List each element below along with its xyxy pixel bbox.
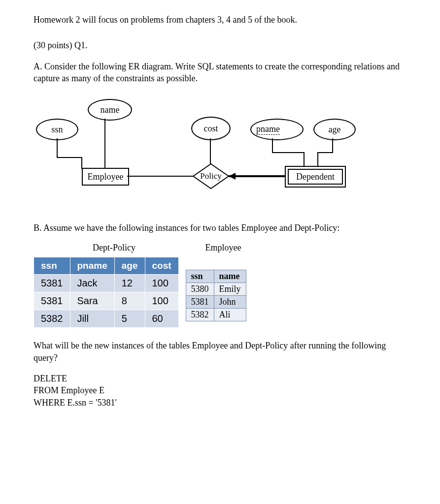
attr-cost: cost xyxy=(191,117,231,140)
col-age: age xyxy=(114,257,145,275)
entity-dependent-label: Dependent xyxy=(296,172,335,182)
col-cost: cost xyxy=(145,257,178,275)
line-age3 xyxy=(317,152,318,167)
sql-line: WHERE E.ssn = '5381' xyxy=(34,397,406,409)
col-pname: pname xyxy=(70,257,114,275)
table-row: 5381 Sara 8 100 xyxy=(34,292,179,310)
part-a-text: A. Consider the following ER diagram. Wr… xyxy=(34,61,406,85)
attr-pname-label: pname xyxy=(256,124,280,135)
col-name: name xyxy=(214,270,246,283)
table-row: 5382 Jill 5 60 xyxy=(34,310,179,328)
attr-age-label: age xyxy=(329,125,341,135)
table-row: 5381 John xyxy=(186,296,246,309)
arrow-icon xyxy=(229,173,236,180)
line-policy-dep xyxy=(229,175,286,177)
sql-query: DELETE FROM Employee E WHERE E.ssn = '53… xyxy=(34,373,406,409)
question-header: (30 points) Q1. xyxy=(34,39,406,51)
table-row: 5380 Emily xyxy=(186,283,246,296)
employee-table: ssn name 5380 Emily 5381 John 5382 Ali xyxy=(186,270,246,321)
attr-ssn-label: ssn xyxy=(51,125,63,135)
table-header-row: ssn name xyxy=(186,270,246,283)
attr-cost-label: cost xyxy=(204,124,218,134)
er-diagram: ssn name cost pname age Employee Depende… xyxy=(34,99,406,212)
attr-name: name xyxy=(88,99,132,121)
entity-dependent: Dependent xyxy=(285,166,346,188)
attr-pname: pname xyxy=(250,119,304,140)
relationship-policy: Policy xyxy=(192,163,230,189)
col-ssn: ssn xyxy=(186,270,214,283)
dept-policy-table: ssn pname age cost 5381 Jack 12 100 5381… xyxy=(34,257,179,328)
employee-title: Employee xyxy=(205,243,246,253)
line-age xyxy=(332,138,333,153)
entity-employee-label: Employee xyxy=(88,172,124,182)
dept-policy-wrap: Dept-Policy ssn pname age cost 5381 Jack… xyxy=(34,243,179,328)
line-name xyxy=(104,119,105,168)
intro-text: Homework 2 will focus on problems from c… xyxy=(34,14,406,26)
sql-line: DELETE xyxy=(34,373,406,384)
line-ssn2 xyxy=(57,157,82,158)
table-row: 5382 Ali xyxy=(186,309,246,321)
table-row: 5381 Jack 12 100 xyxy=(34,275,179,292)
attr-ssn: ssn xyxy=(36,119,78,140)
line-ssn3 xyxy=(81,157,82,169)
dept-policy-title: Dept-Policy xyxy=(93,243,179,253)
col-ssn: ssn xyxy=(34,257,70,275)
attr-age: age xyxy=(313,119,356,140)
part-b-text: B. Assume we have the following instance… xyxy=(34,222,406,234)
line-pname3 xyxy=(304,152,305,167)
attr-name-label: name xyxy=(101,105,120,115)
line-emp-policy xyxy=(127,176,193,177)
line-age2 xyxy=(317,152,333,153)
tables-section: Dept-Policy ssn pname age cost 5381 Jack… xyxy=(34,243,406,328)
table-header-row: ssn pname age cost xyxy=(34,257,179,275)
line-pname xyxy=(272,138,273,153)
line-ssn xyxy=(57,138,58,158)
relationship-policy-label: Policy xyxy=(200,171,221,181)
sql-line: FROM Employee E xyxy=(34,384,406,396)
line-pname2 xyxy=(272,152,305,153)
employee-wrap: Employee ssn name 5380 Emily 5381 John 5… xyxy=(186,243,246,321)
line-cost xyxy=(210,138,211,164)
question-text: What will be the new instances of the ta… xyxy=(34,340,406,364)
entity-employee: Employee xyxy=(82,168,129,186)
